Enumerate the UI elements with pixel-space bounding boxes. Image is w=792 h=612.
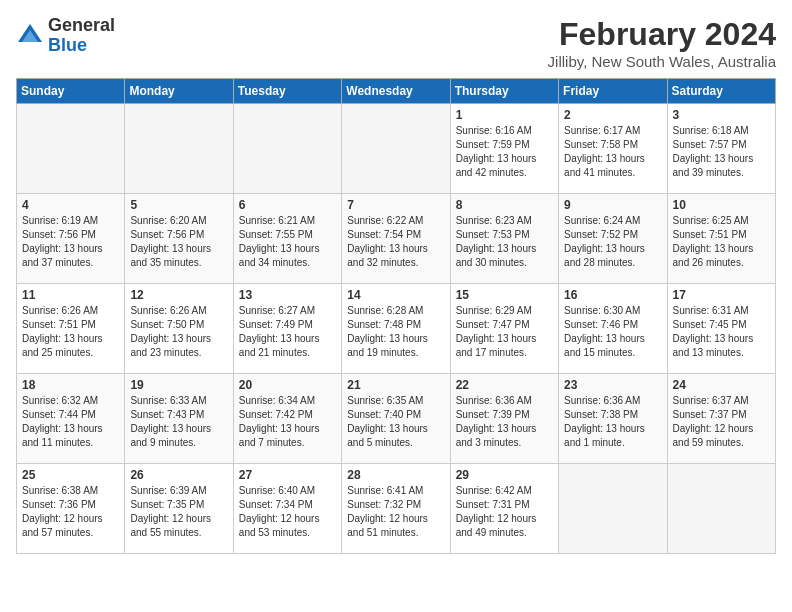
calendar-cell: 26Sunrise: 6:39 AM Sunset: 7:35 PM Dayli… [125, 464, 233, 554]
calendar-cell: 22Sunrise: 6:36 AM Sunset: 7:39 PM Dayli… [450, 374, 558, 464]
day-info: Sunrise: 6:31 AM Sunset: 7:45 PM Dayligh… [673, 304, 770, 360]
day-number: 12 [130, 288, 227, 302]
calendar-cell [342, 104, 450, 194]
day-info: Sunrise: 6:16 AM Sunset: 7:59 PM Dayligh… [456, 124, 553, 180]
day-info: Sunrise: 6:36 AM Sunset: 7:38 PM Dayligh… [564, 394, 661, 450]
calendar-cell: 27Sunrise: 6:40 AM Sunset: 7:34 PM Dayli… [233, 464, 341, 554]
calendar-cell [559, 464, 667, 554]
logo: General Blue [16, 16, 115, 56]
week-row-2: 4Sunrise: 6:19 AM Sunset: 7:56 PM Daylig… [17, 194, 776, 284]
col-header-saturday: Saturday [667, 79, 775, 104]
col-header-tuesday: Tuesday [233, 79, 341, 104]
day-number: 3 [673, 108, 770, 122]
logo-icon [16, 22, 44, 50]
day-number: 4 [22, 198, 119, 212]
day-info: Sunrise: 6:27 AM Sunset: 7:49 PM Dayligh… [239, 304, 336, 360]
day-number: 10 [673, 198, 770, 212]
week-row-3: 11Sunrise: 6:26 AM Sunset: 7:51 PM Dayli… [17, 284, 776, 374]
day-info: Sunrise: 6:29 AM Sunset: 7:47 PM Dayligh… [456, 304, 553, 360]
day-info: Sunrise: 6:40 AM Sunset: 7:34 PM Dayligh… [239, 484, 336, 540]
month-title: February 2024 [548, 16, 776, 53]
calendar-cell: 6Sunrise: 6:21 AM Sunset: 7:55 PM Daylig… [233, 194, 341, 284]
calendar-cell: 9Sunrise: 6:24 AM Sunset: 7:52 PM Daylig… [559, 194, 667, 284]
day-info: Sunrise: 6:21 AM Sunset: 7:55 PM Dayligh… [239, 214, 336, 270]
day-number: 7 [347, 198, 444, 212]
calendar-cell: 3Sunrise: 6:18 AM Sunset: 7:57 PM Daylig… [667, 104, 775, 194]
calendar-cell: 10Sunrise: 6:25 AM Sunset: 7:51 PM Dayli… [667, 194, 775, 284]
day-number: 13 [239, 288, 336, 302]
col-header-friday: Friday [559, 79, 667, 104]
day-number: 24 [673, 378, 770, 392]
calendar-cell: 29Sunrise: 6:42 AM Sunset: 7:31 PM Dayli… [450, 464, 558, 554]
week-row-1: 1Sunrise: 6:16 AM Sunset: 7:59 PM Daylig… [17, 104, 776, 194]
day-number: 6 [239, 198, 336, 212]
day-info: Sunrise: 6:18 AM Sunset: 7:57 PM Dayligh… [673, 124, 770, 180]
day-number: 15 [456, 288, 553, 302]
week-row-5: 25Sunrise: 6:38 AM Sunset: 7:36 PM Dayli… [17, 464, 776, 554]
day-info: Sunrise: 6:22 AM Sunset: 7:54 PM Dayligh… [347, 214, 444, 270]
calendar-cell: 15Sunrise: 6:29 AM Sunset: 7:47 PM Dayli… [450, 284, 558, 374]
day-number: 16 [564, 288, 661, 302]
day-number: 25 [22, 468, 119, 482]
title-area: February 2024 Jilliby, New South Wales, … [548, 16, 776, 70]
day-info: Sunrise: 6:34 AM Sunset: 7:42 PM Dayligh… [239, 394, 336, 450]
location: Jilliby, New South Wales, Australia [548, 53, 776, 70]
calendar-table: SundayMondayTuesdayWednesdayThursdayFrid… [16, 78, 776, 554]
logo-text: General Blue [48, 16, 115, 56]
day-info: Sunrise: 6:41 AM Sunset: 7:32 PM Dayligh… [347, 484, 444, 540]
day-number: 23 [564, 378, 661, 392]
calendar-cell: 8Sunrise: 6:23 AM Sunset: 7:53 PM Daylig… [450, 194, 558, 284]
day-info: Sunrise: 6:19 AM Sunset: 7:56 PM Dayligh… [22, 214, 119, 270]
calendar-cell [17, 104, 125, 194]
logo-general: General [48, 15, 115, 35]
calendar-cell: 4Sunrise: 6:19 AM Sunset: 7:56 PM Daylig… [17, 194, 125, 284]
calendar-cell: 18Sunrise: 6:32 AM Sunset: 7:44 PM Dayli… [17, 374, 125, 464]
calendar-cell: 23Sunrise: 6:36 AM Sunset: 7:38 PM Dayli… [559, 374, 667, 464]
day-number: 1 [456, 108, 553, 122]
day-number: 8 [456, 198, 553, 212]
calendar-cell: 17Sunrise: 6:31 AM Sunset: 7:45 PM Dayli… [667, 284, 775, 374]
day-info: Sunrise: 6:30 AM Sunset: 7:46 PM Dayligh… [564, 304, 661, 360]
calendar-cell: 1Sunrise: 6:16 AM Sunset: 7:59 PM Daylig… [450, 104, 558, 194]
calendar-cell: 2Sunrise: 6:17 AM Sunset: 7:58 PM Daylig… [559, 104, 667, 194]
calendar-cell: 19Sunrise: 6:33 AM Sunset: 7:43 PM Dayli… [125, 374, 233, 464]
col-header-sunday: Sunday [17, 79, 125, 104]
day-number: 26 [130, 468, 227, 482]
day-info: Sunrise: 6:26 AM Sunset: 7:51 PM Dayligh… [22, 304, 119, 360]
day-number: 28 [347, 468, 444, 482]
day-number: 29 [456, 468, 553, 482]
day-info: Sunrise: 6:35 AM Sunset: 7:40 PM Dayligh… [347, 394, 444, 450]
day-number: 17 [673, 288, 770, 302]
col-header-monday: Monday [125, 79, 233, 104]
calendar-cell [233, 104, 341, 194]
day-info: Sunrise: 6:28 AM Sunset: 7:48 PM Dayligh… [347, 304, 444, 360]
day-info: Sunrise: 6:17 AM Sunset: 7:58 PM Dayligh… [564, 124, 661, 180]
day-info: Sunrise: 6:25 AM Sunset: 7:51 PM Dayligh… [673, 214, 770, 270]
day-info: Sunrise: 6:42 AM Sunset: 7:31 PM Dayligh… [456, 484, 553, 540]
day-info: Sunrise: 6:26 AM Sunset: 7:50 PM Dayligh… [130, 304, 227, 360]
day-info: Sunrise: 6:36 AM Sunset: 7:39 PM Dayligh… [456, 394, 553, 450]
day-info: Sunrise: 6:20 AM Sunset: 7:56 PM Dayligh… [130, 214, 227, 270]
day-info: Sunrise: 6:33 AM Sunset: 7:43 PM Dayligh… [130, 394, 227, 450]
day-info: Sunrise: 6:23 AM Sunset: 7:53 PM Dayligh… [456, 214, 553, 270]
day-number: 11 [22, 288, 119, 302]
calendar-cell: 5Sunrise: 6:20 AM Sunset: 7:56 PM Daylig… [125, 194, 233, 284]
day-number: 2 [564, 108, 661, 122]
day-number: 9 [564, 198, 661, 212]
col-header-thursday: Thursday [450, 79, 558, 104]
day-info: Sunrise: 6:24 AM Sunset: 7:52 PM Dayligh… [564, 214, 661, 270]
page-header: General Blue February 2024 Jilliby, New … [16, 16, 776, 70]
day-number: 20 [239, 378, 336, 392]
calendar-cell [667, 464, 775, 554]
calendar-cell: 24Sunrise: 6:37 AM Sunset: 7:37 PM Dayli… [667, 374, 775, 464]
calendar-cell: 12Sunrise: 6:26 AM Sunset: 7:50 PM Dayli… [125, 284, 233, 374]
calendar-cell: 7Sunrise: 6:22 AM Sunset: 7:54 PM Daylig… [342, 194, 450, 284]
calendar-cell: 13Sunrise: 6:27 AM Sunset: 7:49 PM Dayli… [233, 284, 341, 374]
day-number: 14 [347, 288, 444, 302]
col-header-wednesday: Wednesday [342, 79, 450, 104]
calendar-cell: 14Sunrise: 6:28 AM Sunset: 7:48 PM Dayli… [342, 284, 450, 374]
calendar-cell: 28Sunrise: 6:41 AM Sunset: 7:32 PM Dayli… [342, 464, 450, 554]
logo-blue: Blue [48, 35, 87, 55]
calendar-cell: 21Sunrise: 6:35 AM Sunset: 7:40 PM Dayli… [342, 374, 450, 464]
day-number: 27 [239, 468, 336, 482]
